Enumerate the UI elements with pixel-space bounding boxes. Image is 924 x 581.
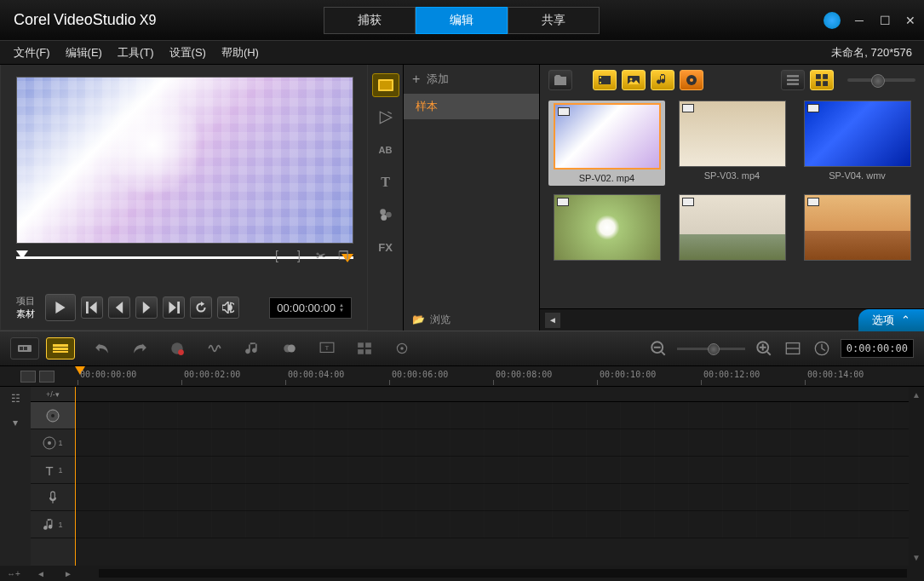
track-overlay[interactable]: 1 (31, 429, 75, 457)
mode-project-label[interactable]: 项目 (16, 295, 35, 308)
minimize-button[interactable]: ─ (852, 14, 866, 27)
library-clip[interactable] (674, 194, 790, 264)
chroma-button[interactable] (279, 338, 300, 359)
split-button[interactable]: ✂ (313, 247, 330, 264)
record-button[interactable] (167, 338, 187, 359)
timeline-vscroll[interactable]: ▲ ▼ (909, 387, 924, 566)
tab-share[interactable]: 共享 (508, 7, 600, 34)
timeline-ruler[interactable]: 00:00:00:0000:00:02:0000:00:04:0000:00:0… (75, 366, 924, 386)
menu-help[interactable]: 帮助(H) (221, 45, 259, 60)
multicam-button[interactable] (354, 338, 375, 359)
track-row[interactable] (75, 484, 909, 511)
svg-point-28 (288, 345, 296, 353)
library-clip[interactable] (799, 194, 915, 264)
playhead-line[interactable] (75, 387, 76, 566)
track-video[interactable] (31, 402, 75, 429)
filter-video-button[interactable] (593, 70, 617, 90)
undo-button[interactable] (92, 338, 112, 359)
globe-icon[interactable] (824, 12, 841, 29)
vtab-filter[interactable]: FX (372, 235, 399, 259)
options-button[interactable]: 选项 ⌃ (858, 309, 924, 331)
timeline-hscroll[interactable] (99, 569, 907, 578)
tab-edit[interactable]: 编辑 (416, 7, 508, 34)
storyboard-mode-button[interactable] (10, 337, 39, 360)
project-duration-button[interactable] (812, 338, 832, 359)
ruler-btn-2[interactable] (39, 371, 55, 383)
vtab-media[interactable] (372, 73, 399, 97)
library-clip[interactable] (548, 194, 665, 264)
preview-timecode[interactable]: 00:00:00:00 ▲▼ (269, 297, 352, 319)
prev-frame-button[interactable] (108, 296, 130, 319)
filter-audio-button[interactable] (651, 70, 674, 90)
view-grid-button[interactable] (810, 70, 834, 90)
mode-clip-label[interactable]: 素材 (16, 308, 35, 320)
svg-point-44 (48, 441, 51, 445)
subtitle-button[interactable]: T (317, 338, 337, 359)
track-row[interactable] (75, 511, 909, 538)
scroll-left-button[interactable]: ◄ (545, 313, 560, 328)
auto-music-button[interactable] (242, 338, 262, 359)
timeline-tracks[interactable] (75, 387, 909, 566)
track-row[interactable] (75, 429, 909, 457)
chevron-down-icon[interactable]: ▾ (7, 416, 24, 429)
clip-type-icon (807, 104, 819, 112)
track-title[interactable]: T1 (31, 457, 75, 484)
mark-out-button[interactable]: ] (290, 247, 307, 264)
track-manager-button[interactable]: ☷ (7, 392, 24, 406)
view-list-button[interactable] (781, 70, 805, 90)
vtab-graphic[interactable] (372, 203, 399, 227)
zoom-out-button[interactable] (648, 338, 669, 359)
menu-tools[interactable]: 工具(T) (118, 45, 154, 60)
go-end-button[interactable] (163, 296, 185, 319)
scroll-up-icon[interactable]: ▲ (912, 390, 921, 400)
tab-capture[interactable]: 捕获 (324, 7, 416, 34)
timeline-mode-button[interactable] (46, 337, 75, 360)
next-frame-button[interactable] (135, 296, 158, 319)
track-voice[interactable] (31, 484, 75, 511)
add-remove-track[interactable]: +/-▾ (31, 387, 75, 402)
scroll-down-icon[interactable]: ▼ (912, 553, 921, 562)
zoom-in-button[interactable] (754, 338, 774, 359)
timeline-zoom-slider[interactable] (677, 348, 745, 350)
track-music[interactable]: 1 (31, 511, 75, 538)
vtab-title[interactable]: T (372, 170, 399, 194)
filter-photo-button[interactable] (622, 70, 646, 90)
expand-button[interactable]: ↔+ (3, 567, 24, 579)
filter-free-button[interactable] (680, 70, 703, 90)
svg-rect-13 (787, 79, 799, 81)
repeat-button[interactable] (190, 296, 212, 319)
menu-file[interactable]: 文件(F) (14, 45, 50, 60)
library-clip[interactable]: SP-V02. mp4 (548, 101, 665, 186)
menu-edit[interactable]: 编辑(E) (66, 45, 102, 60)
scrub-head-icon[interactable] (16, 250, 28, 259)
import-button[interactable] (548, 70, 572, 90)
timeline-timecode[interactable]: 0:00:00:00 (841, 339, 914, 358)
audio-mixer-button[interactable] (204, 338, 225, 359)
preview-viewport[interactable] (16, 77, 353, 244)
track-row[interactable] (75, 402, 909, 429)
library-clip[interactable]: SP-V04. wmv (799, 101, 915, 186)
snapshot-button[interactable]: ❐ (335, 247, 352, 264)
play-button[interactable] (45, 294, 76, 321)
ruler-btn-1[interactable] (20, 371, 36, 383)
volume-button[interactable] (217, 296, 239, 319)
add-folder-button[interactable]: + 添加 (404, 65, 539, 94)
scroll-right-icon[interactable]: ► (58, 567, 78, 579)
scroll-left-icon[interactable]: ◄ (31, 567, 51, 579)
track-motion-button[interactable] (392, 338, 412, 359)
mark-in-button[interactable]: [ (268, 247, 285, 264)
clip-type-icon (682, 198, 694, 206)
vtab-transition[interactable]: AB (372, 138, 399, 162)
folder-sample[interactable]: 样本 (404, 94, 539, 119)
vtab-instant[interactable] (372, 106, 399, 129)
go-start-button[interactable] (81, 296, 103, 319)
library-clip[interactable]: SP-V03. mp4 (674, 101, 790, 186)
redo-button[interactable] (129, 338, 150, 359)
track-row[interactable] (75, 457, 909, 484)
menu-settings[interactable]: 设置(S) (169, 45, 206, 60)
maximize-button[interactable]: ☐ (878, 14, 892, 27)
fit-window-button[interactable] (783, 338, 803, 359)
close-button[interactable]: ✕ (904, 14, 917, 27)
browse-button[interactable]: 📂 浏览 (404, 308, 451, 331)
thumb-size-slider[interactable] (847, 78, 915, 82)
